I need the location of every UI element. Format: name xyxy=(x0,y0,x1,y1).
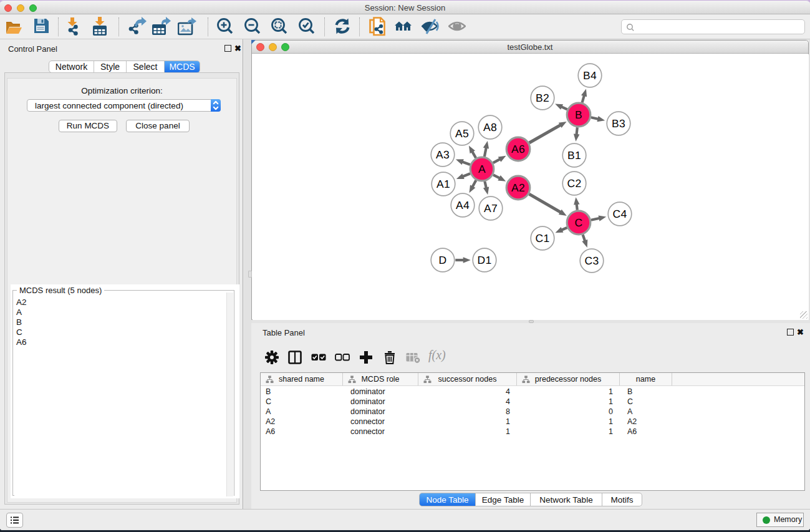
svg-text:A4: A4 xyxy=(456,199,470,211)
svg-text:A2: A2 xyxy=(511,181,525,194)
svg-text:A3: A3 xyxy=(436,148,450,161)
svg-text:C3: C3 xyxy=(584,254,599,267)
svg-text:f(x): f(x) xyxy=(428,349,446,362)
svg-text:A7: A7 xyxy=(484,202,498,215)
svg-text:A6: A6 xyxy=(511,143,525,155)
svg-text:B: B xyxy=(575,109,582,121)
svg-text:A: A xyxy=(478,163,486,175)
svg-text:C: C xyxy=(574,216,582,229)
svg-text:B3: B3 xyxy=(612,117,625,130)
svg-text:C1: C1 xyxy=(535,232,549,244)
svg-text:A1: A1 xyxy=(436,178,450,190)
svg-text:B4: B4 xyxy=(583,69,597,82)
svg-text:B2: B2 xyxy=(536,92,549,104)
svg-text:C4: C4 xyxy=(612,208,627,220)
svg-text:A5: A5 xyxy=(455,127,469,140)
svg-text:D1: D1 xyxy=(477,254,491,266)
svg-text:D: D xyxy=(438,254,446,266)
svg-text:B1: B1 xyxy=(567,149,581,162)
svg-text:C2: C2 xyxy=(567,177,581,190)
svg-text:A8: A8 xyxy=(483,121,497,133)
